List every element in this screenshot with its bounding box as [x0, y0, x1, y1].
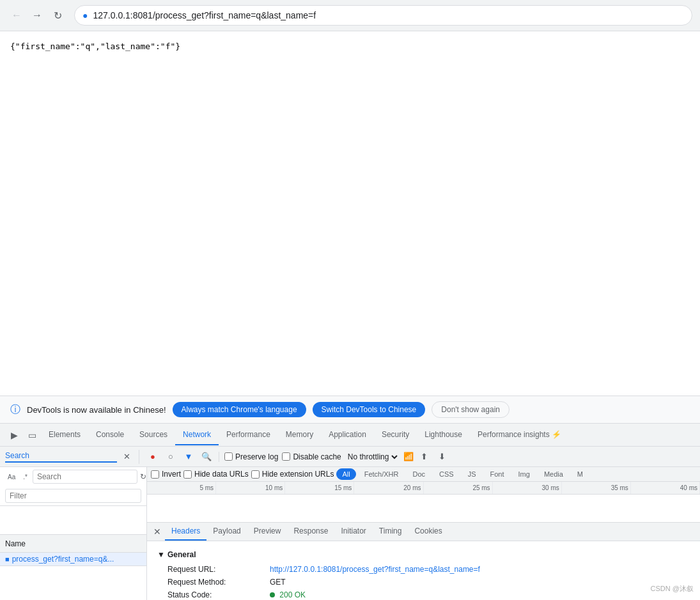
notification-text: DevTools is now available in Chinese!	[27, 405, 166, 415]
search-panel-title: Search	[5, 451, 117, 463]
import-icon[interactable]: ⬆	[417, 450, 432, 464]
devtools-bottom: Aa .* ↻ ○ Name ■	[0, 467, 700, 600]
network-left-panel: Aa .* ↻ ○ Name ■	[0, 467, 147, 600]
network-row[interactable]: ■ process_get?first_name=q&...	[0, 553, 146, 566]
network-right-panel: Invert Hide data URLs Hide extension URL…	[147, 467, 700, 600]
wifi-icon: 📶	[403, 452, 414, 461]
detail-tab-initiator[interactable]: Initiator	[334, 523, 372, 541]
tab-console[interactable]: Console	[88, 425, 132, 445]
json-response: {"first_name":"q","last_name":"f"}	[10, 42, 690, 51]
tab-performance[interactable]: Performance	[219, 425, 278, 445]
back-button[interactable]: ←	[8, 6, 26, 24]
tab-security[interactable]: Security	[374, 425, 417, 445]
detail-row-method: Request Method: GET	[157, 576, 690, 588]
reload-button[interactable]: ↻	[49, 6, 66, 24]
filter-input[interactable]	[5, 489, 141, 503]
device-toolbar-icon[interactable]: ▭	[23, 426, 41, 444]
hide-data-urls-checkbox[interactable]: Hide data URLs	[183, 470, 249, 479]
preserve-log-checkbox[interactable]: Preserve log	[224, 452, 278, 461]
tick-35ms: 35 ms	[562, 482, 631, 494]
search-button[interactable]: 🔍	[199, 450, 214, 464]
invert-checkbox[interactable]: Invert	[151, 470, 181, 479]
type-css-button[interactable]: CSS	[433, 468, 460, 480]
detail-content: ▼ General Request URL: http://127.0.0.1:…	[147, 541, 700, 600]
watermark: CSDN @沐叙	[651, 584, 694, 594]
type-doc-button[interactable]: Doc	[407, 468, 432, 480]
request-name: process_get?first_name=q&...	[12, 555, 141, 564]
devtools-container: ▶ ▭ Elements Console Sources Network Per…	[0, 424, 700, 600]
url-input[interactable]	[93, 10, 684, 20]
network-list-header: Name	[0, 535, 146, 553]
section-title: General	[167, 550, 196, 559]
tab-sources[interactable]: Sources	[132, 425, 175, 445]
status-value: 200 OK	[270, 590, 306, 599]
method-key: Request Method:	[167, 578, 270, 587]
detail-tab-timing[interactable]: Timing	[373, 523, 408, 541]
disable-cache-checkbox[interactable]: Disable cache	[282, 452, 341, 461]
tick-20ms: 20 ms	[354, 482, 423, 494]
clear-button[interactable]: ○	[164, 450, 178, 464]
status-key: Status Code:	[167, 590, 270, 599]
tab-network[interactable]: Network	[175, 425, 219, 445]
forward-button[interactable]: →	[28, 6, 46, 24]
type-all-button[interactable]: All	[336, 468, 355, 480]
filter-button[interactable]: ▼	[182, 450, 196, 464]
nav-buttons: ← → ↻	[8, 6, 66, 24]
type-font-button[interactable]: Font	[485, 468, 510, 480]
case-sensitive-btn[interactable]: Aa	[5, 472, 18, 482]
section-arrow-icon: ▼	[157, 550, 165, 559]
search-input-row: Aa .* ↻ ○	[0, 467, 146, 486]
detail-tab-response[interactable]: Response	[287, 523, 334, 541]
tab-application[interactable]: Application	[321, 425, 374, 445]
type-media-button[interactable]: Media	[538, 468, 569, 480]
type-img-button[interactable]: Img	[513, 468, 536, 480]
detail-close-button[interactable]: ✕	[150, 524, 165, 539]
detail-row-status: Status Code: 200 OK	[157, 588, 690, 600]
info-icon: ⓘ	[10, 403, 20, 417]
timeline-left	[0, 506, 146, 535]
type-js-button[interactable]: JS	[462, 468, 482, 480]
detail-tab-preview[interactable]: Preview	[247, 523, 288, 541]
detail-tabs: ✕ Headers Payload Preview Response Initi…	[147, 523, 700, 541]
tick-15ms: 15 ms	[285, 482, 354, 494]
export-icon[interactable]: ⬇	[435, 450, 449, 464]
page-content: {"first_name":"q","last_name":"f"}	[0, 31, 700, 396]
name-column-header: Name	[5, 539, 141, 548]
tab-lighthouse[interactable]: Lighthouse	[417, 425, 470, 445]
devtools-tabs: ▶ ▭ Elements Console Sources Network Per…	[0, 424, 700, 447]
url-key: Request URL:	[167, 565, 270, 574]
switch-chinese-button[interactable]: Switch DevTools to Chinese	[313, 402, 426, 417]
detail-tab-payload[interactable]: Payload	[206, 523, 247, 541]
match-language-button[interactable]: Always match Chrome's language	[173, 402, 306, 417]
element-picker-icon[interactable]: ▶	[5, 426, 23, 444]
search-refresh-btn[interactable]: ↻	[140, 470, 146, 483]
timeline-ticks: 5 ms 10 ms 15 ms 20 ms 25 ms 30 ms 35 ms…	[147, 482, 700, 495]
tab-performance-insights[interactable]: Performance insights ⚡	[470, 425, 569, 445]
method-value: GET	[270, 578, 286, 587]
url-value: http://127.0.0.1:8081/process_get?first_…	[270, 565, 480, 574]
secure-icon: ●	[82, 10, 88, 20]
address-bar[interactable]: ●	[74, 5, 692, 26]
record-button[interactable]: ●	[146, 450, 160, 464]
search-input[interactable]	[33, 470, 137, 484]
throttle-select[interactable]: No throttling	[345, 452, 400, 462]
type-fetch-button[interactable]: Fetch/XHR	[359, 468, 405, 480]
waterfall-chart	[147, 495, 700, 523]
browser-chrome: ← → ↻ ●	[0, 0, 700, 31]
general-section-header[interactable]: ▼ General	[157, 546, 690, 563]
dont-show-button[interactable]: Don't show again	[432, 401, 509, 418]
tick-25ms: 25 ms	[424, 482, 493, 494]
detail-tab-headers[interactable]: Headers	[165, 523, 206, 541]
tab-memory[interactable]: Memory	[278, 425, 321, 445]
detail-tab-cookies[interactable]: Cookies	[408, 523, 448, 541]
filter-bar	[0, 486, 146, 506]
network-main: Aa .* ↻ ○ Name ■	[0, 467, 700, 600]
status-dot	[270, 592, 275, 597]
search-close-button[interactable]: ✕	[120, 450, 134, 464]
hide-extension-urls-checkbox[interactable]: Hide extension URLs	[251, 470, 334, 479]
tab-elements[interactable]: Elements	[41, 425, 88, 445]
type-m-button[interactable]: M	[572, 468, 589, 480]
regex-btn[interactable]: .*	[20, 472, 30, 482]
filter-row: Invert Hide data URLs Hide extension URL…	[147, 467, 700, 482]
tick-30ms: 30 ms	[493, 482, 562, 494]
